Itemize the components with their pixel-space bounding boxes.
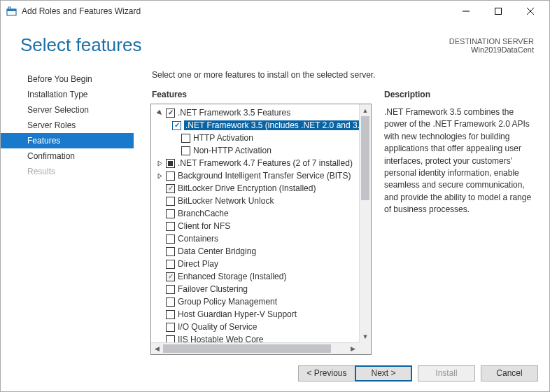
feature-label[interactable]: Containers [178,234,218,244]
nav-item-server-selection[interactable]: Server Selection [1,102,134,118]
feature-checkbox[interactable] [181,134,190,143]
previous-button[interactable]: < Previous [298,365,355,382]
feature-label[interactable]: Host Guardian Hyper-V Support [178,309,297,319]
nav-item-confirmation[interactable]: Confirmation [1,148,134,164]
app-icon [6,6,17,17]
cancel-button[interactable]: Cancel [481,365,538,382]
feature-checkbox[interactable] [166,247,175,256]
maximize-button[interactable] [482,1,514,22]
feature-label[interactable]: Data Center Bridging [178,246,256,256]
scroll-left-icon[interactable]: ◀ [151,343,163,354]
collapse-icon[interactable] [155,108,164,118]
feature-checkbox[interactable] [181,146,190,155]
nav-item-server-roles[interactable]: Server Roles [1,118,134,133]
features-tree-viewport[interactable]: .NET Framework 3.5 Features.NET Framewor… [151,104,359,342]
feature-label[interactable]: BitLocker Drive Encryption (Installed) [178,183,316,193]
feature-checkbox[interactable] [166,172,175,181]
install-button: Install [418,365,475,382]
feature-row[interactable]: Failover Clustering [151,283,359,295]
scroll-down-icon[interactable]: ▼ [360,330,371,342]
feature-row[interactable]: Host Guardian Hyper-V Support [151,308,359,321]
svg-rect-3 [495,8,502,15]
destination-server-label: DESTINATION SERVER [449,37,534,46]
feature-checkbox[interactable] [166,272,175,281]
feature-label[interactable]: HTTP Activation [193,133,253,143]
feature-row[interactable]: Background Intelligent Transfer Service … [151,169,359,182]
feature-label[interactable]: .NET Framework 3.5 (includes .NET 2.0 an… [184,120,359,130]
nav-item-before-you-begin[interactable]: Before You Begin [1,71,134,87]
feature-checkbox[interactable] [166,285,175,294]
feature-checkbox[interactable] [166,222,175,231]
minimize-button[interactable] [450,1,482,22]
window-title: Add Roles and Features Wizard [22,6,450,16]
feature-row[interactable]: Enhanced Storage (Installed) [151,270,359,283]
destination-server-block: DESTINATION SERVER Win2019DataCent [449,34,534,54]
instruction-text: Select one or more features to install o… [134,63,534,90]
feature-checkbox[interactable] [166,184,175,193]
feature-row[interactable]: BitLocker Network Unlock [151,195,359,207]
feature-label[interactable]: IIS Hostable Web Core [178,335,264,342]
feature-checkbox[interactable] [166,298,175,307]
horizontal-scrollbar[interactable]: ◀ ▶ [151,342,359,354]
feature-checkbox[interactable] [166,310,175,319]
feature-row[interactable]: Non-HTTP Activation [151,144,359,157]
feature-label[interactable]: Background Intelligent Transfer Service … [178,171,351,181]
feature-row[interactable]: I/O Quality of Service [151,321,359,333]
feature-label[interactable]: .NET Framework 3.5 Features [178,108,290,118]
feature-checkbox[interactable] [166,234,175,244]
wizard-footer: < Previous Next > Install Cancel [1,355,549,391]
feature-label[interactable]: .NET Framework 4.7 Features (2 of 7 inst… [178,158,353,168]
feature-label[interactable]: Direct Play [178,259,218,269]
feature-row[interactable]: Group Policy Management [151,295,359,308]
feature-label[interactable]: Client for NFS [178,221,230,231]
feature-row[interactable]: BranchCache [151,207,359,220]
feature-row[interactable]: HTTP Activation [151,132,359,144]
feature-label[interactable]: BitLocker Network Unlock [178,196,274,206]
feature-row[interactable]: Direct Play [151,258,359,270]
feature-checkbox[interactable] [166,159,175,168]
features-heading: Features [134,90,372,104]
feature-row[interactable]: IIS Hostable Web Core [151,333,359,342]
feature-checkbox[interactable] [166,108,175,118]
feature-row[interactable]: Containers [151,232,359,245]
scroll-right-icon[interactable]: ▶ [347,343,359,354]
description-text: .NET Framework 3.5 combines the power of… [384,106,534,216]
feature-label[interactable]: I/O Quality of Service [178,322,257,332]
wizard-nav: Before You BeginInstallation TypeServer … [1,63,134,355]
nav-item-results: Results [1,164,134,179]
nav-item-features[interactable]: Features [1,133,134,148]
feature-row[interactable]: .NET Framework 4.7 Features (2 of 7 inst… [151,157,359,169]
feature-row[interactable]: BitLocker Drive Encryption (Installed) [151,182,359,195]
feature-row[interactable]: .NET Framework 3.5 Features [151,106,359,119]
scroll-thumb[interactable] [361,116,369,200]
description-heading: Description [384,90,534,104]
scroll-up-icon[interactable]: ▲ [360,104,371,116]
feature-label[interactable]: Enhanced Storage (Installed) [178,272,286,281]
feature-label[interactable]: Non-HTTP Activation [193,146,272,155]
scroll-corner [359,342,371,354]
page-title: Select features [20,34,449,56]
nav-item-installation-type[interactable]: Installation Type [1,87,134,102]
expand-icon[interactable] [155,159,164,168]
features-tree: .NET Framework 3.5 Features.NET Framewor… [150,104,372,355]
feature-checkbox[interactable] [172,121,181,130]
titlebar: Add Roles and Features Wizard [1,1,549,22]
destination-server-value: Win2019DataCent [449,46,534,54]
feature-label[interactable]: Group Policy Management [178,297,277,307]
feature-checkbox[interactable] [166,197,175,206]
feature-label[interactable]: BranchCache [178,209,229,218]
feature-row[interactable]: Data Center Bridging [151,245,359,258]
vertical-scrollbar[interactable]: ▲ ▼ [359,104,371,342]
expand-icon[interactable] [155,172,164,181]
close-button[interactable] [514,1,547,22]
scroll-thumb-h[interactable] [163,344,331,353]
feature-checkbox[interactable] [166,209,175,218]
feature-checkbox[interactable] [166,260,175,269]
feature-checkbox[interactable] [166,335,175,343]
feature-row[interactable]: .NET Framework 3.5 (includes .NET 2.0 an… [151,119,359,132]
svg-rect-1 [7,9,16,11]
feature-checkbox[interactable] [166,323,175,332]
next-button[interactable]: Next > [355,365,412,382]
feature-label[interactable]: Failover Clustering [178,284,248,294]
feature-row[interactable]: Client for NFS [151,220,359,232]
